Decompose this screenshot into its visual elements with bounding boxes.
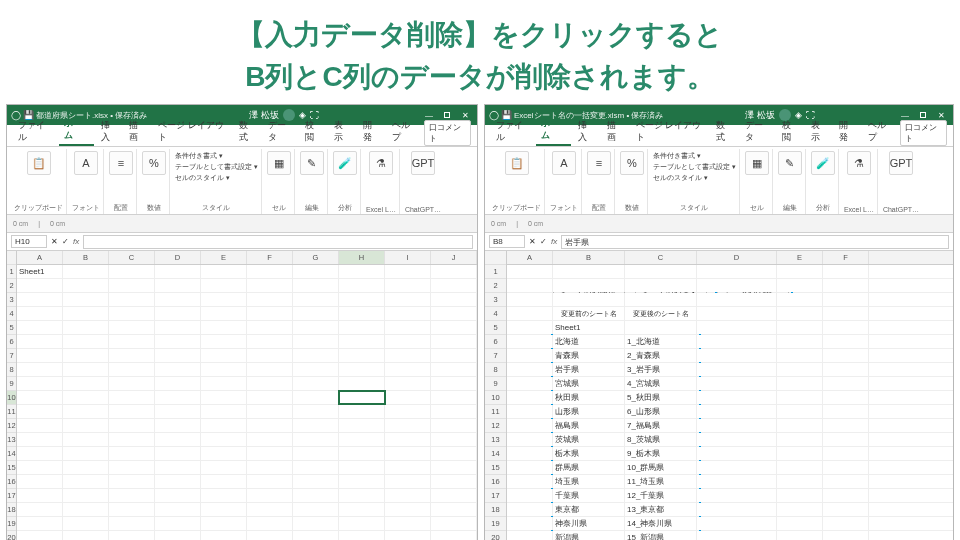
cell[interactable] — [109, 293, 155, 306]
cell[interactable] — [823, 489, 869, 502]
tab-view[interactable]: 表示 — [329, 117, 356, 146]
cell[interactable] — [777, 503, 823, 516]
cell[interactable]: 群馬県 — [553, 461, 625, 474]
cell[interactable] — [201, 419, 247, 432]
cell[interactable] — [385, 531, 431, 540]
cell[interactable] — [339, 405, 385, 418]
cell[interactable] — [697, 377, 777, 390]
cell[interactable]: 埼玉県 — [553, 475, 625, 488]
col-header[interactable]: B — [63, 251, 109, 264]
cell[interactable] — [201, 461, 247, 474]
cell-style[interactable]: セルのスタイル ▾ — [175, 173, 258, 183]
cell[interactable] — [507, 321, 553, 334]
cell[interactable] — [385, 279, 431, 292]
row-header[interactable]: 12 — [7, 419, 16, 433]
cell[interactable] — [431, 419, 477, 432]
cell[interactable]: 9_栃木県 — [625, 447, 697, 460]
row-header[interactable]: 15 — [485, 461, 506, 475]
cell[interactable]: 東京都 — [553, 503, 625, 516]
cell[interactable] — [777, 433, 823, 446]
row-header[interactable]: 6 — [485, 335, 506, 349]
cell[interactable] — [385, 461, 431, 474]
col-header[interactable]: B — [553, 251, 625, 264]
cell[interactable] — [431, 335, 477, 348]
cell[interactable] — [823, 517, 869, 530]
cell[interactable] — [247, 265, 293, 278]
cell[interactable] — [201, 265, 247, 278]
cell[interactable] — [155, 461, 201, 474]
cell[interactable] — [63, 461, 109, 474]
cell[interactable] — [155, 419, 201, 432]
number-icon[interactable]: % — [142, 151, 166, 175]
cell[interactable] — [777, 265, 823, 278]
cell[interactable] — [385, 503, 431, 516]
cell[interactable] — [201, 363, 247, 376]
cell[interactable] — [201, 293, 247, 306]
cond-format[interactable]: 条件付き書式 ▾ — [175, 151, 258, 161]
cell[interactable] — [17, 447, 63, 460]
cell[interactable] — [17, 517, 63, 530]
cell[interactable] — [247, 419, 293, 432]
cell[interactable]: 5_秋田県 — [625, 391, 697, 404]
cell[interactable] — [17, 489, 63, 502]
cell[interactable] — [247, 489, 293, 502]
cell[interactable]: 2_青森県 — [625, 349, 697, 362]
cell[interactable] — [697, 307, 777, 320]
cell[interactable] — [777, 405, 823, 418]
cell[interactable] — [823, 503, 869, 516]
cell[interactable]: 岩手県 — [553, 363, 625, 376]
cell[interactable] — [507, 475, 553, 488]
cell[interactable] — [155, 475, 201, 488]
cell[interactable] — [17, 419, 63, 432]
cell[interactable]: 山形県 — [553, 405, 625, 418]
tab-data[interactable]: データ — [740, 117, 775, 146]
table-format[interactable]: テーブルとして書式設定 ▾ — [653, 162, 736, 172]
cell[interactable] — [155, 293, 201, 306]
col-header[interactable]: D — [155, 251, 201, 264]
cell[interactable] — [385, 377, 431, 390]
cell[interactable] — [385, 489, 431, 502]
cell[interactable] — [823, 405, 869, 418]
cell[interactable] — [823, 419, 869, 432]
row-header[interactable]: 10 — [7, 391, 16, 405]
cell[interactable] — [109, 391, 155, 404]
cell[interactable] — [17, 363, 63, 376]
cell[interactable] — [201, 489, 247, 502]
name-box[interactable]: B8 — [489, 235, 525, 248]
row-header[interactable]: 1 — [485, 265, 506, 279]
cell[interactable] — [109, 363, 155, 376]
row-header[interactable]: 20 — [485, 531, 506, 540]
edit-icon[interactable]: ✎ — [778, 151, 802, 175]
cell[interactable] — [293, 377, 339, 390]
tab-insert[interactable]: 挿入 — [573, 117, 600, 146]
tab-review[interactable]: 校閲 — [777, 117, 804, 146]
row-header[interactable]: 20 — [7, 531, 16, 540]
row-header[interactable]: 15 — [7, 461, 16, 475]
cell[interactable] — [339, 503, 385, 516]
cell[interactable] — [339, 377, 385, 390]
grid[interactable]: 1234567891011121314151617181920 ABCDEF シ… — [485, 251, 953, 540]
cell[interactable] — [625, 279, 697, 292]
col-header[interactable]: H — [339, 251, 385, 264]
cell[interactable] — [625, 293, 697, 306]
cell[interactable] — [63, 307, 109, 320]
name-box[interactable]: H10 — [11, 235, 47, 248]
row-header[interactable]: 18 — [485, 503, 506, 517]
cell[interactable] — [339, 335, 385, 348]
cell[interactable]: 神奈川県 — [553, 517, 625, 530]
cell[interactable] — [777, 321, 823, 334]
cell[interactable] — [777, 349, 823, 362]
comment-button[interactable]: 口コメント — [424, 120, 471, 146]
cell[interactable] — [431, 447, 477, 460]
cell[interactable] — [507, 335, 553, 348]
cell[interactable] — [293, 461, 339, 474]
cell[interactable] — [293, 279, 339, 292]
cell[interactable] — [431, 349, 477, 362]
cell[interactable] — [155, 405, 201, 418]
cell[interactable] — [339, 293, 385, 306]
cell[interactable] — [63, 265, 109, 278]
cell[interactable] — [109, 489, 155, 502]
cell[interactable] — [63, 447, 109, 460]
cell[interactable] — [553, 279, 625, 292]
cell[interactable] — [155, 265, 201, 278]
